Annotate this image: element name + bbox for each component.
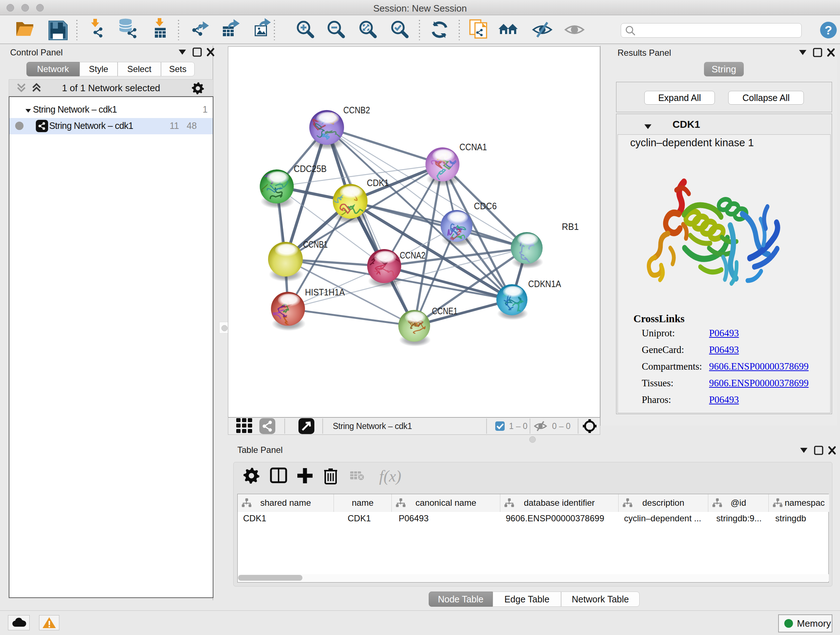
svg-text:HIST1H1A: HIST1H1A — [305, 287, 345, 298]
svg-text:CDC6: CDC6 — [474, 201, 497, 211]
svg-text:CCNB2: CCNB2 — [343, 105, 370, 116]
svg-text:RB1: RB1 — [562, 221, 579, 232]
svg-text:CCNE1: CCNE1 — [432, 306, 458, 317]
svg-text:CCNA1: CCNA1 — [459, 141, 487, 152]
svg-text:f(x): f(x) — [379, 467, 401, 485]
svg-text:CDC25B: CDC25B — [294, 163, 327, 174]
svg-text:CDKN1A: CDKN1A — [528, 279, 561, 289]
svg-text:CCNA2: CCNA2 — [400, 250, 425, 261]
svg-text:CDK1: CDK1 — [367, 177, 389, 188]
svg-text:CCNB1: CCNB1 — [303, 239, 328, 250]
